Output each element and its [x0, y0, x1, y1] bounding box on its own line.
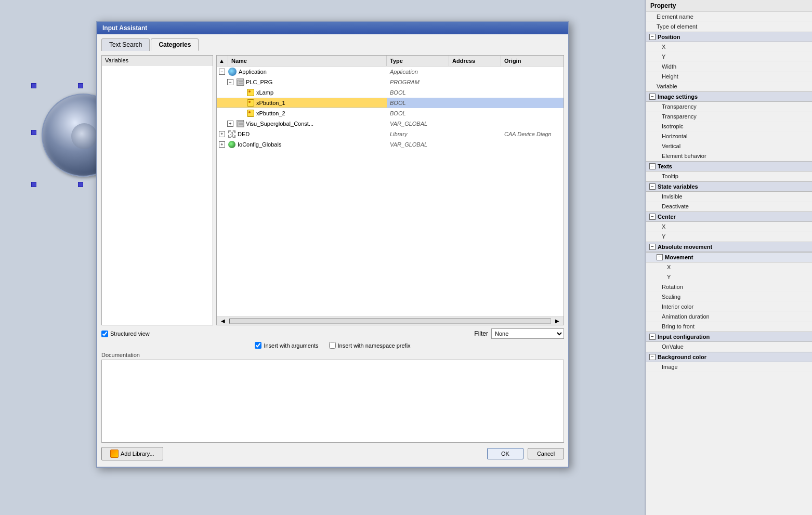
image-settings-section-header[interactable]: − Image settings: [646, 91, 812, 102]
expand-ioconfig[interactable]: +: [219, 141, 225, 148]
main-split: Variables ▲ Name Type Address Origin: [101, 55, 564, 325]
tree-content[interactable]: − Application Application −: [217, 67, 564, 316]
tab-categories[interactable]: Categories: [151, 38, 199, 51]
position-collapse-icon[interactable]: −: [649, 34, 656, 40]
visu-label: Visu_Superglobal_Const...: [246, 121, 313, 127]
dialog-titlebar: Input Assistant: [97, 22, 568, 34]
center-x-row: X: [646, 222, 812, 232]
handle-ml[interactable]: [31, 130, 36, 135]
handle-tc[interactable]: [78, 83, 83, 88]
collapse-application[interactable]: −: [219, 69, 225, 75]
input-config-collapse[interactable]: −: [649, 334, 656, 340]
tree-pane: ▲ Name Type Address Origin − Application: [216, 55, 564, 325]
tab-text-search[interactable]: Text Search: [101, 38, 150, 51]
type-of-element-label: Type of element: [657, 23, 697, 30]
movement-collapse[interactable]: −: [657, 254, 663, 260]
texts-section-header[interactable]: − Texts: [646, 161, 812, 171]
cancel-button[interactable]: Cancel: [528, 448, 564, 459]
background-color-section-header[interactable]: − Background color: [646, 352, 812, 362]
expand-ded[interactable]: +: [219, 131, 225, 137]
center-section-header[interactable]: − Center: [646, 212, 812, 222]
handle-bc[interactable]: [78, 182, 83, 187]
tree-cell-name-application: − Application: [217, 67, 387, 77]
rotation-label: Rotation: [662, 284, 683, 290]
position-section-header[interactable]: − Position: [646, 32, 812, 42]
col-type: Type: [387, 56, 449, 66]
tree-cell-type-plcprg: PROGRAM: [387, 78, 449, 86]
button-row: Add Library... OK Cancel: [101, 447, 564, 460]
texts-collapse[interactable]: −: [649, 163, 656, 169]
add-library-button[interactable]: Add Library...: [101, 447, 163, 460]
tree-row-xpbutton2[interactable]: xPbutton_2 BOOL: [217, 108, 564, 118]
state-variables-section-header[interactable]: − State variables: [646, 181, 812, 192]
tree-cell-name-xpbutton2: xPbutton_2: [217, 109, 387, 118]
insert-with-args-label[interactable]: Insert with arguments: [255, 342, 318, 349]
bring-to-front-row: Bring to front: [646, 322, 812, 332]
collapse-plcprg[interactable]: −: [227, 79, 233, 85]
movement-sub-header[interactable]: − Movement: [646, 252, 812, 262]
image-settings-collapse[interactable]: −: [649, 94, 656, 100]
tree-cell-origin-ioconfig: [501, 143, 564, 146]
plcprg-label: PLC_PRG: [246, 79, 272, 85]
tab-bar: Text Search Categories: [101, 38, 564, 51]
image-settings-label: Image settings: [658, 94, 698, 100]
expand-visu[interactable]: +: [227, 121, 233, 127]
state-variables-collapse[interactable]: −: [649, 183, 656, 190]
scroll-left[interactable]: ◀: [219, 318, 227, 324]
bool-icon-xpbutton1: [247, 99, 254, 107]
tree-row-visu[interactable]: + Visu_Superglobal_Const... VAR_GLOBAL: [217, 118, 564, 129]
handle-tl[interactable]: [31, 83, 36, 88]
absolute-movement-collapse[interactable]: −: [649, 244, 656, 250]
deactivate-label: Deactivate: [662, 203, 689, 209]
movement-y-row: Y: [646, 272, 812, 282]
app-icon: [228, 68, 237, 76]
dialog-title: Input Assistant: [102, 24, 147, 32]
tree-cell-type-ioconfig: VAR_GLOBAL: [387, 140, 449, 149]
invisible-row: Invisible: [646, 192, 812, 202]
insert-with-namespace-label[interactable]: Insert with namespace prefix: [329, 342, 411, 349]
tree-cell-addr-ded: [449, 133, 501, 135]
movement-x-label: X: [667, 264, 671, 270]
element-behavior-label: Element behavior: [662, 153, 706, 159]
onvalue-label: OnValue: [662, 344, 684, 350]
variables-list[interactable]: [102, 65, 213, 325]
tree-header: ▲ Name Type Address Origin: [217, 56, 564, 67]
scroll-track[interactable]: [229, 319, 551, 324]
tree-row-ded[interactable]: + {} DED Library CAA Device Diagn: [217, 129, 564, 139]
structured-view-checkbox[interactable]: [101, 331, 108, 337]
tree-row-plcprg[interactable]: − PLC_PRG PROGRAM: [217, 77, 564, 87]
handle-bl[interactable]: [31, 182, 36, 187]
tree-cell-addr-xpbutton2: [449, 112, 501, 114]
tree-row-xlamp[interactable]: xLamp BOOL: [217, 87, 564, 98]
position-x-row: X: [646, 42, 812, 52]
center-x-label: X: [662, 223, 665, 230]
input-config-label: Input configuration: [658, 334, 710, 340]
absolute-movement-section-header[interactable]: − Absolute movement: [646, 242, 812, 252]
tree-cell-origin-xpbutton1: [501, 102, 564, 104]
filter-label: Filter: [474, 330, 488, 337]
rotation-row: Rotation: [646, 282, 812, 292]
filter-select[interactable]: None BOOL INT: [491, 328, 564, 339]
sort-button[interactable]: ▲: [217, 56, 228, 66]
background-color-collapse[interactable]: −: [649, 354, 656, 360]
input-config-section-header[interactable]: − Input configuration: [646, 332, 812, 342]
tree-row-xpbutton1[interactable]: xPbutton_1 BOOL: [217, 98, 564, 108]
tree-row-ioconfig[interactable]: + IoConfig_Globals VAR_GLOBAL: [217, 139, 564, 150]
insert-with-args-checkbox[interactable]: [255, 342, 261, 349]
background-color-label: Background color: [658, 354, 706, 360]
horizontal-scrollbar[interactable]: ◀ ▶: [217, 316, 564, 325]
center-section-label: Center: [658, 214, 676, 220]
scaling-row: Scaling: [646, 292, 812, 302]
structured-view-label[interactable]: Structured view: [101, 331, 150, 337]
center-collapse[interactable]: −: [649, 214, 656, 220]
tree-cell-addr-application: [449, 71, 501, 73]
col-origin: Origin: [501, 56, 564, 66]
position-y-label: Y: [662, 54, 665, 60]
ok-button[interactable]: OK: [487, 448, 523, 459]
xlamp-label: xLamp: [256, 89, 273, 96]
tree-row-application[interactable]: − Application Application: [217, 67, 564, 77]
transparency1-label: Transparency: [662, 103, 697, 110]
scroll-right[interactable]: ▶: [553, 318, 561, 324]
element-name-row: Element name: [646, 12, 812, 22]
insert-with-namespace-checkbox[interactable]: [329, 342, 336, 349]
